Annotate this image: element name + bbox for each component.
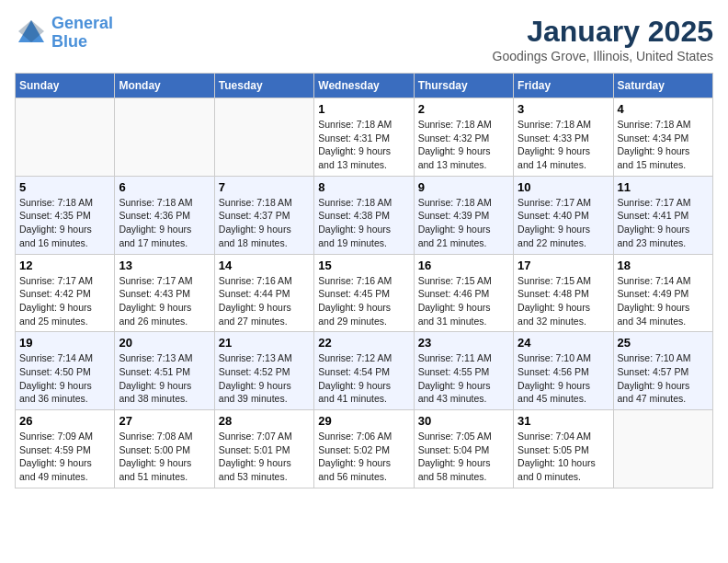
calendar-cell: 23Sunrise: 7:11 AM Sunset: 4:55 PM Dayli… xyxy=(414,332,513,410)
day-info: Sunrise: 7:14 AM Sunset: 4:49 PM Dayligh… xyxy=(618,274,709,328)
calendar-cell: 30Sunrise: 7:05 AM Sunset: 5:04 PM Dayli… xyxy=(414,410,513,488)
calendar-cell: 5Sunrise: 7:18 AM Sunset: 4:35 PM Daylig… xyxy=(16,176,115,254)
calendar-cell: 26Sunrise: 7:09 AM Sunset: 4:59 PM Dayli… xyxy=(16,410,115,488)
day-number: 26 xyxy=(19,414,110,428)
day-info: Sunrise: 7:07 AM Sunset: 5:01 PM Dayligh… xyxy=(219,430,310,484)
day-info: Sunrise: 7:13 AM Sunset: 4:51 PM Dayligh… xyxy=(119,351,210,406)
logo: General Blue xyxy=(15,15,113,52)
day-number: 6 xyxy=(119,180,210,194)
weekday-header-row: SundayMondayTuesdayWednesdayThursdayFrid… xyxy=(16,74,713,98)
calendar-cell: 10Sunrise: 7:17 AM Sunset: 4:40 PM Dayli… xyxy=(514,176,613,254)
calendar-cell: 25Sunrise: 7:10 AM Sunset: 4:57 PM Dayli… xyxy=(613,332,712,410)
day-number: 2 xyxy=(418,102,509,116)
calendar-week-row: 12Sunrise: 7:17 AM Sunset: 4:42 PM Dayli… xyxy=(16,254,713,332)
calendar-cell: 1Sunrise: 7:18 AM Sunset: 4:31 PM Daylig… xyxy=(314,98,414,177)
calendar-table: SundayMondayTuesdayWednesdayThursdayFrid… xyxy=(15,73,713,488)
calendar-cell: 6Sunrise: 7:18 AM Sunset: 4:36 PM Daylig… xyxy=(115,176,214,254)
weekday-header-monday: Monday xyxy=(115,74,214,98)
calendar-cell: 18Sunrise: 7:14 AM Sunset: 4:49 PM Dayli… xyxy=(613,254,712,332)
day-info: Sunrise: 7:10 AM Sunset: 4:56 PM Dayligh… xyxy=(518,351,609,406)
day-number: 12 xyxy=(19,259,110,272)
day-info: Sunrise: 7:11 AM Sunset: 4:55 PM Dayligh… xyxy=(418,351,509,406)
day-number: 14 xyxy=(219,259,310,272)
day-info: Sunrise: 7:12 AM Sunset: 4:54 PM Dayligh… xyxy=(318,351,409,406)
calendar-cell: 14Sunrise: 7:16 AM Sunset: 4:44 PM Dayli… xyxy=(214,254,313,332)
calendar-cell: 27Sunrise: 7:08 AM Sunset: 5:00 PM Dayli… xyxy=(115,410,214,488)
day-info: Sunrise: 7:18 AM Sunset: 4:31 PM Dayligh… xyxy=(318,118,409,172)
day-number: 4 xyxy=(618,102,709,116)
calendar-cell: 3Sunrise: 7:18 AM Sunset: 4:33 PM Daylig… xyxy=(514,98,613,177)
day-number: 1 xyxy=(318,102,409,116)
day-info: Sunrise: 7:15 AM Sunset: 4:46 PM Dayligh… xyxy=(418,274,509,328)
calendar-week-row: 19Sunrise: 7:14 AM Sunset: 4:50 PM Dayli… xyxy=(16,332,713,410)
logo-line1: General xyxy=(51,14,113,32)
day-number: 29 xyxy=(318,414,409,428)
day-info: Sunrise: 7:05 AM Sunset: 5:04 PM Dayligh… xyxy=(418,430,509,484)
weekday-header-thursday: Thursday xyxy=(414,74,513,98)
day-number: 28 xyxy=(219,414,310,428)
day-number: 24 xyxy=(518,336,609,350)
calendar-body: 1Sunrise: 7:18 AM Sunset: 4:31 PM Daylig… xyxy=(16,98,713,488)
calendar-cell: 15Sunrise: 7:16 AM Sunset: 4:45 PM Dayli… xyxy=(314,254,414,332)
day-number: 15 xyxy=(318,259,409,272)
day-info: Sunrise: 7:15 AM Sunset: 4:48 PM Dayligh… xyxy=(518,274,609,328)
calendar-cell: 31Sunrise: 7:04 AM Sunset: 5:05 PM Dayli… xyxy=(514,410,613,488)
day-info: Sunrise: 7:17 AM Sunset: 4:40 PM Dayligh… xyxy=(518,196,609,250)
day-info: Sunrise: 7:17 AM Sunset: 4:43 PM Dayligh… xyxy=(119,274,210,328)
day-info: Sunrise: 7:04 AM Sunset: 5:05 PM Dayligh… xyxy=(518,430,609,484)
day-info: Sunrise: 7:10 AM Sunset: 4:57 PM Dayligh… xyxy=(618,351,709,406)
day-number: 5 xyxy=(19,180,110,194)
day-number: 11 xyxy=(618,180,709,194)
calendar-week-row: 5Sunrise: 7:18 AM Sunset: 4:35 PM Daylig… xyxy=(16,176,713,254)
day-number: 30 xyxy=(418,414,509,428)
day-info: Sunrise: 7:18 AM Sunset: 4:34 PM Dayligh… xyxy=(618,118,709,172)
day-info: Sunrise: 7:16 AM Sunset: 4:44 PM Dayligh… xyxy=(219,274,310,328)
calendar-cell xyxy=(214,98,313,177)
day-info: Sunrise: 7:18 AM Sunset: 4:36 PM Dayligh… xyxy=(119,196,210,250)
day-number: 22 xyxy=(318,336,409,350)
day-number: 25 xyxy=(618,336,709,350)
logo-icon xyxy=(15,17,48,50)
calendar-cell: 8Sunrise: 7:18 AM Sunset: 4:38 PM Daylig… xyxy=(314,176,414,254)
day-info: Sunrise: 7:08 AM Sunset: 5:00 PM Dayligh… xyxy=(119,430,210,484)
day-number: 23 xyxy=(418,336,509,350)
calendar-cell: 24Sunrise: 7:10 AM Sunset: 4:56 PM Dayli… xyxy=(514,332,613,410)
calendar-cell: 28Sunrise: 7:07 AM Sunset: 5:01 PM Dayli… xyxy=(214,410,313,488)
calendar-cell: 13Sunrise: 7:17 AM Sunset: 4:43 PM Dayli… xyxy=(115,254,214,332)
calendar-cell: 29Sunrise: 7:06 AM Sunset: 5:02 PM Dayli… xyxy=(314,410,414,488)
day-info: Sunrise: 7:14 AM Sunset: 4:50 PM Dayligh… xyxy=(19,351,110,406)
logo-line2: Blue xyxy=(51,32,87,51)
calendar-cell: 16Sunrise: 7:15 AM Sunset: 4:46 PM Dayli… xyxy=(414,254,513,332)
day-info: Sunrise: 7:18 AM Sunset: 4:33 PM Dayligh… xyxy=(518,118,609,172)
day-info: Sunrise: 7:18 AM Sunset: 4:37 PM Dayligh… xyxy=(219,196,310,250)
day-info: Sunrise: 7:18 AM Sunset: 4:39 PM Dayligh… xyxy=(418,196,509,250)
day-number: 19 xyxy=(19,336,110,350)
calendar-cell xyxy=(613,410,712,488)
calendar-cell: 9Sunrise: 7:18 AM Sunset: 4:39 PM Daylig… xyxy=(414,176,513,254)
day-number: 3 xyxy=(518,102,609,116)
day-info: Sunrise: 7:16 AM Sunset: 4:45 PM Dayligh… xyxy=(318,274,409,328)
header: General Blue January 2025 Goodings Grove… xyxy=(15,15,713,63)
day-number: 9 xyxy=(418,180,509,194)
weekday-header-tuesday: Tuesday xyxy=(214,74,313,98)
calendar-cell: 21Sunrise: 7:13 AM Sunset: 4:52 PM Dayli… xyxy=(214,332,313,410)
calendar-cell: 20Sunrise: 7:13 AM Sunset: 4:51 PM Dayli… xyxy=(115,332,214,410)
day-info: Sunrise: 7:17 AM Sunset: 4:41 PM Dayligh… xyxy=(618,196,709,250)
calendar-week-row: 26Sunrise: 7:09 AM Sunset: 4:59 PM Dayli… xyxy=(16,410,713,488)
day-number: 17 xyxy=(518,259,609,272)
day-info: Sunrise: 7:09 AM Sunset: 4:59 PM Dayligh… xyxy=(19,430,110,484)
calendar-cell xyxy=(16,98,115,177)
day-info: Sunrise: 7:06 AM Sunset: 5:02 PM Dayligh… xyxy=(318,430,409,484)
calendar-cell: 4Sunrise: 7:18 AM Sunset: 4:34 PM Daylig… xyxy=(613,98,712,177)
weekday-header-sunday: Sunday xyxy=(16,74,115,98)
calendar-week-row: 1Sunrise: 7:18 AM Sunset: 4:31 PM Daylig… xyxy=(16,98,713,177)
calendar-cell xyxy=(115,98,214,177)
location-title: Goodings Grove, Illinois, United States xyxy=(493,49,713,63)
day-info: Sunrise: 7:18 AM Sunset: 4:38 PM Dayligh… xyxy=(318,196,409,250)
calendar-header: SundayMondayTuesdayWednesdayThursdayFrid… xyxy=(16,74,713,98)
title-area: January 2025 Goodings Grove, Illinois, U… xyxy=(493,15,713,63)
day-number: 7 xyxy=(219,180,310,194)
day-number: 10 xyxy=(518,180,609,194)
day-info: Sunrise: 7:18 AM Sunset: 4:32 PM Dayligh… xyxy=(418,118,509,172)
day-info: Sunrise: 7:18 AM Sunset: 4:35 PM Dayligh… xyxy=(19,196,110,250)
